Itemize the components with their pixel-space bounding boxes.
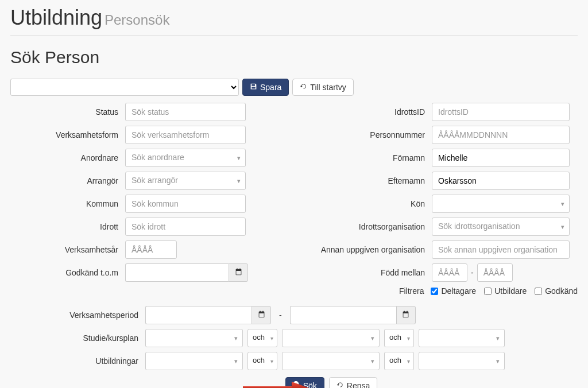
save-icon [250,83,257,92]
godkand-tom-calendar-button[interactable] [229,263,248,282]
studieplan-select-1[interactable] [145,329,243,347]
studieplan-select-2[interactable] [282,329,380,347]
kommun-input[interactable] [125,195,246,213]
idrottsorg-label: Idrottsorganisation [305,222,432,231]
fodd-to-input[interactable] [477,263,513,282]
utbildningar-select-3[interactable] [419,352,505,370]
calendar-icon [402,311,409,320]
verksamhetsar-input[interactable] [125,240,177,259]
studieplan-connector-2[interactable]: och [384,329,414,347]
studieplan-label: Studie/kursplan [10,333,145,343]
idrott-label: Idrott [10,222,125,231]
fornamn-label: Förnamn [305,153,432,162]
godkand-tom-label: Godkänd t.o.m [10,268,125,277]
toolbar: Spara Till startvy [10,79,578,96]
page-subtitle: Personsök [105,12,169,28]
deltagare-text: Deltagare [441,286,476,296]
arrangor-select[interactable]: Sök arrangör [125,172,246,190]
idrottsid-label: IdrottsID [305,107,432,117]
period-from-input[interactable] [145,306,252,324]
godkand-checkbox[interactable] [535,288,542,295]
fodd-from-input[interactable] [432,263,467,282]
studieplan-connector-1[interactable]: och [247,329,277,347]
efternamn-input[interactable] [432,172,570,190]
kommun-label: Kommun [10,199,125,208]
utbildare-checkbox[interactable] [484,288,492,295]
page-title: Utbildning [10,6,102,29]
idrott-input[interactable] [125,218,246,236]
annan-org-input[interactable] [432,240,570,259]
status-label: Status [10,107,125,117]
form-left-column: Status Verksamhetsform Anordnare Sök ano… [10,103,283,300]
clear-button-label: Rensa [347,381,370,388]
period-from-calendar-button[interactable] [252,306,271,324]
verksamhetsar-label: Verksamhetsår [10,245,125,254]
fornamn-input[interactable] [432,149,570,167]
period-to-input[interactable] [290,306,396,324]
idrottsid-input[interactable] [432,103,570,121]
anordnare-select[interactable]: Sök anordnare [125,149,246,167]
kon-label: Kön [305,199,432,208]
verksamhetsform-input[interactable] [125,126,246,144]
home-button-label: Till startvy [310,83,346,92]
bottom-section: Verksamhetsperiod - S [10,306,578,388]
verksamhetsform-label: Verksamhetsform [10,130,125,139]
filtrera-label: Filtrera [305,286,431,296]
utbildare-text: Utbildare [494,286,527,296]
utbildningar-select-1[interactable] [145,352,243,370]
godkand-text: Godkänd [545,286,578,296]
fodd-dash: - [471,268,474,277]
form-right-column: IdrottsID Personnummer Förnamn Efternamn [305,103,578,300]
calendar-icon [258,311,265,320]
refresh-icon [336,381,344,388]
utbildningar-label: Utbildningar [10,356,145,366]
page-header: Utbildning Personsök [10,6,578,36]
status-input[interactable] [125,103,246,121]
refresh-icon [300,83,307,92]
clear-button[interactable]: Rensa [329,377,377,388]
save-button-label: Spara [260,83,281,92]
svg-marker-1 [292,382,309,388]
utbildningar-select-2[interactable] [282,352,380,370]
godkand-tom-input[interactable] [125,263,229,282]
deltagare-checkbox[interactable] [431,288,438,295]
verksamhetsperiod-label: Verksamhetsperiod [10,311,145,320]
utbildare-checkbox-label[interactable]: Utbildare [484,286,527,296]
section-title: Sök Person [10,48,578,67]
idrottsorg-select[interactable]: Sök idrottsorganisation [432,218,570,236]
fodd-mellan-label: Född mellan [305,268,432,277]
period-dash: - [279,311,282,320]
saved-search-select[interactable] [10,79,239,96]
arrangor-label: Arrangör [10,176,125,185]
kon-select[interactable] [432,195,570,213]
efternamn-label: Efternamn [305,176,432,185]
personnummer-input[interactable] [432,126,570,144]
godkand-checkbox-label[interactable]: Godkänd [535,286,578,296]
calendar-icon [235,268,242,277]
home-button[interactable]: Till startvy [292,79,353,96]
personnummer-label: Personnummer [305,130,432,139]
deltagare-checkbox-label[interactable]: Deltagare [431,286,476,296]
period-to-calendar-button[interactable] [396,306,416,324]
utbildningar-connector-1[interactable]: och [247,352,277,370]
arrow-annotation [240,379,309,388]
utbildningar-connector-2[interactable]: och [384,352,414,370]
studieplan-select-3[interactable] [419,329,505,347]
annan-org-label: Annan uppgiven organisation [305,245,432,254]
save-button[interactable]: Spara [242,79,289,96]
anordnare-label: Anordnare [10,153,125,162]
